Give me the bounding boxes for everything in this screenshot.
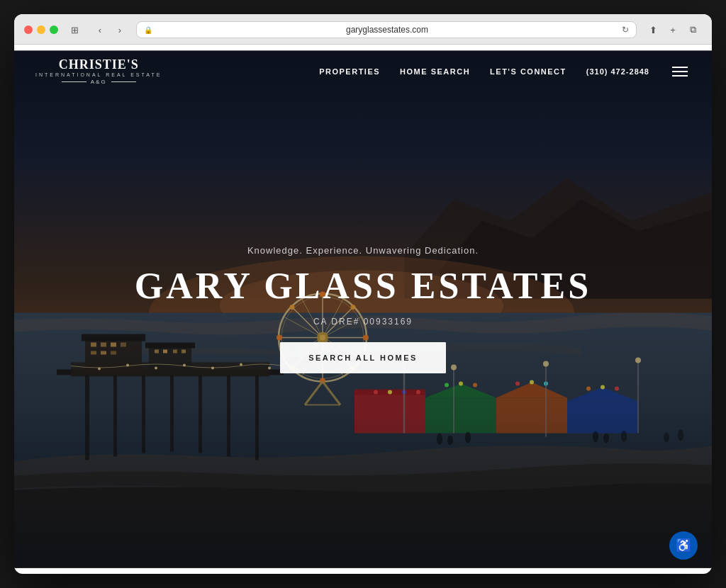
browser-window: ⊞ ‹ › 🔒 garyglassestates.com ↻ ⬆ + ⧉ — [14, 14, 712, 574]
logo-line-right — [111, 81, 136, 82]
minimize-button[interactable] — [37, 26, 45, 34]
sidebar-toggle-button[interactable]: ⊞ — [65, 22, 84, 38]
url-text: garyglassestates.com — [157, 25, 618, 35]
address-bar[interactable]: 🔒 garyglassestates.com ↻ — [136, 21, 637, 38]
navigation-bar: CHRISTIE'S INTERNATIONAL REAL ESTATE A&G… — [14, 45, 712, 98]
accessibility-icon: ♿ — [676, 538, 691, 553]
accessibility-button[interactable]: ♿ — [669, 531, 698, 560]
logo-area: CHRISTIE'S INTERNATIONAL REAL ESTATE A&G — [35, 57, 162, 85]
website-content: CHRISTIE'S INTERNATIONAL REAL ESTATE A&G… — [14, 45, 712, 574]
hamburger-line-2 — [672, 71, 688, 72]
hero-tagline: Knowledge. Experience. Unwavering Dedica… — [247, 245, 479, 256]
hamburger-line-1 — [672, 67, 688, 68]
browser-actions: ⬆ + ⧉ — [644, 22, 702, 38]
hero-license: CA DRE# 00933169 — [313, 317, 413, 327]
reload-icon: ↻ — [622, 25, 629, 35]
hamburger-menu[interactable] — [669, 64, 691, 79]
new-tab-button[interactable]: + — [664, 22, 682, 38]
lock-icon: 🔒 — [144, 26, 152, 34]
nav-link-lets-connect[interactable]: LET'S CONNECT — [490, 67, 566, 76]
tabs-button[interactable]: ⧉ — [683, 22, 702, 38]
browser-nav-buttons: ‹ › — [91, 22, 129, 38]
hero-section: CHRISTIE'S INTERNATIONAL REAL ESTATE A&G… — [14, 45, 712, 574]
maximize-button[interactable] — [50, 26, 58, 34]
hero-content: Knowledge. Experience. Unwavering Dedica… — [135, 245, 591, 373]
search-all-homes-button[interactable]: SEARCH ALL HOMES — [280, 342, 446, 373]
logo-divider: A&G — [62, 79, 136, 85]
hamburger-line-3 — [672, 75, 688, 77]
nav-phone: (310) 472-2848 — [586, 67, 649, 76]
nav-link-home-search[interactable]: HOME SEARCH — [400, 67, 470, 76]
logo-akg: A&G — [91, 79, 107, 85]
logo-line-left — [62, 81, 86, 82]
close-button[interactable] — [24, 26, 33, 34]
logo-brand-name: CHRISTIE'S — [59, 57, 139, 72]
nav-link-properties[interactable]: PROPERTIES — [319, 67, 380, 76]
logo-subtitle: INTERNATIONAL REAL ESTATE — [35, 72, 162, 77]
back-button[interactable]: ‹ — [91, 22, 109, 38]
hero-title: GARY GLASS ESTATES — [135, 266, 591, 306]
forward-button[interactable]: › — [111, 22, 129, 38]
traffic-lights — [24, 26, 58, 34]
nav-links: PROPERTIES HOME SEARCH LET'S CONNECT (31… — [319, 64, 691, 79]
browser-chrome: ⊞ ‹ › 🔒 garyglassestates.com ↻ ⬆ + ⧉ — [14, 14, 712, 45]
share-button[interactable]: ⬆ — [644, 22, 662, 38]
